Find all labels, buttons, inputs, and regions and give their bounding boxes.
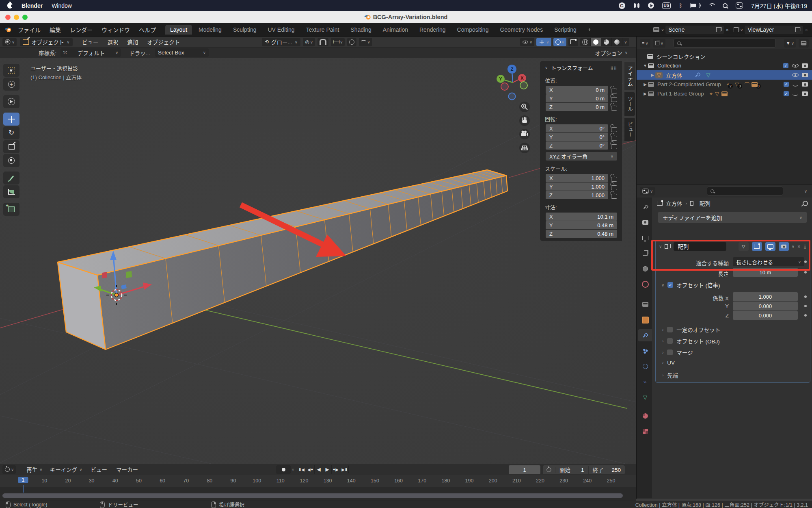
battery-icon[interactable] xyxy=(690,3,700,8)
cursor-tool[interactable]: + xyxy=(3,78,19,91)
animate-dot-icon[interactable] xyxy=(804,314,807,317)
auto-keying-button[interactable] xyxy=(276,465,291,474)
add-workspace-button[interactable]: + xyxy=(583,25,596,35)
play-reverse-button[interactable]: ◀ xyxy=(315,465,323,474)
move-tool[interactable] xyxy=(3,113,19,126)
axis-z-neg-ball[interactable] xyxy=(509,93,516,100)
rotation-y-field[interactable]: Y0° xyxy=(546,133,608,141)
tab-modifier-properties[interactable] xyxy=(638,329,652,341)
proportional-falloff-button[interactable]: ∨ xyxy=(359,38,372,46)
tab-sculpting[interactable]: Sculpting xyxy=(228,25,261,35)
hide-eye-icon[interactable] xyxy=(792,72,799,78)
menu-view[interactable]: ビュー xyxy=(78,38,103,46)
menu-add[interactable]: 追加 xyxy=(123,38,143,46)
app-menu-blender[interactable]: Blender xyxy=(22,2,43,9)
next-keyframe-button[interactable]: ◆▶ xyxy=(332,465,340,474)
tab-output-properties[interactable] xyxy=(638,232,652,244)
tab-physics-properties[interactable] xyxy=(638,360,652,372)
outliner-filter-button[interactable]: ▼∨ xyxy=(784,39,796,48)
section-collapse-icon[interactable]: › xyxy=(662,350,663,355)
animate-dot-icon[interactable] xyxy=(804,295,807,298)
current-frame-badge[interactable]: 1 xyxy=(18,477,28,483)
fit-type-dropdown[interactable]: 長さに合わせる∨ xyxy=(733,257,804,266)
prev-keyframe-button[interactable]: ◀◆ xyxy=(306,465,315,474)
jump-to-end-button[interactable]: ▶▮ xyxy=(340,465,349,474)
unlink-scene-icon[interactable]: × xyxy=(726,27,729,33)
length-field[interactable]: 10 m xyxy=(733,268,798,277)
jump-to-start-button[interactable]: ▮◀ xyxy=(298,465,306,474)
use-preview-range-button[interactable] xyxy=(543,467,555,473)
blender-logo-icon[interactable] xyxy=(5,27,11,32)
tab-layout[interactable]: Layout xyxy=(165,25,192,35)
disclosure-icon[interactable]: ▼ xyxy=(642,63,648,68)
drag-mode-dropdown[interactable]: Select Box∨ xyxy=(155,48,209,57)
shading-solid-button[interactable] xyxy=(591,38,601,46)
keying-menu[interactable]: キーイング∨ xyxy=(50,465,82,473)
axis-x-neg-ball[interactable] xyxy=(501,83,508,90)
lock-icon[interactable] xyxy=(611,194,617,199)
show-overlays-toggle[interactable]: ∨ xyxy=(553,38,566,46)
rotation-z-field[interactable]: Z0° xyxy=(546,141,608,150)
grip-icon[interactable]: ⣿⣿ xyxy=(610,65,617,70)
gizmo-xz-plane-handle[interactable] xyxy=(126,271,132,278)
rotate-tool[interactable]: ↻ xyxy=(3,126,19,139)
dimension-x-field[interactable]: X10.1 m xyxy=(546,213,617,221)
disclosure-icon[interactable]: ▶ xyxy=(642,91,648,96)
bluetooth-icon[interactable]: ᛒ xyxy=(679,2,682,9)
now-playing-icon[interactable] xyxy=(648,2,654,9)
factor-z-field[interactable]: 0.000 xyxy=(733,311,798,320)
object-visibility-dropdown[interactable]: ∨ xyxy=(520,38,534,46)
wifi-icon[interactable] xyxy=(708,3,715,8)
mode-dropdown[interactable]: オブジェクト∨ xyxy=(20,38,72,46)
add-cube-tool[interactable] xyxy=(3,203,19,216)
section-collapse-icon[interactable]: › xyxy=(662,360,663,365)
tab-collection-properties[interactable] xyxy=(638,298,652,310)
shading-material-button[interactable] xyxy=(601,38,612,46)
lock-icon[interactable] xyxy=(611,89,617,93)
input-source-icon[interactable]: US xyxy=(662,2,671,9)
outliner-row-part2-group[interactable]: ▶ Part 2-Complicated Group ⌖2 ▽3 ⌒ 3 ✓ xyxy=(637,80,812,89)
menu-file[interactable]: ファイル xyxy=(13,26,45,34)
options-dropdown[interactable]: オプション∨ xyxy=(595,49,636,57)
timeline-ruler[interactable]: 1 10203040506070809010011012013014015016… xyxy=(0,475,636,487)
tab-scene-properties[interactable] xyxy=(638,263,652,275)
section-collapse-icon[interactable]: ∨ xyxy=(661,283,664,287)
tab-scripting[interactable]: Scripting xyxy=(549,25,581,35)
display-on-cage-toggle[interactable] xyxy=(752,242,762,251)
tab-render-properties[interactable] xyxy=(638,216,652,228)
obj-offset-checkbox[interactable] xyxy=(667,338,673,344)
scale-x-field[interactable]: X1.000 xyxy=(546,174,608,182)
transform-orientation-dropdown[interactable]: ⟲グロー...∨ xyxy=(262,38,300,46)
scale-y-field[interactable]: Y1.000 xyxy=(546,182,608,191)
tab-viewlayer-properties[interactable] xyxy=(638,247,652,259)
render-camera-icon[interactable] xyxy=(802,63,808,68)
tab-material-properties[interactable] xyxy=(638,410,652,422)
menu-render[interactable]: レンダー xyxy=(65,26,97,34)
scene-icon[interactable] xyxy=(653,27,659,32)
editor-type-button[interactable]: ∨ xyxy=(2,38,17,46)
display-edit-mode-toggle[interactable]: ▽ xyxy=(739,242,749,251)
hide-eye-icon[interactable] xyxy=(792,63,799,68)
tab-uv-editing[interactable]: UV Editing xyxy=(263,25,299,35)
outliner-row-collection[interactable]: ▼ Collection ✓ xyxy=(637,61,812,70)
lock-icon[interactable] xyxy=(611,97,617,102)
shading-options-button[interactable]: ∨ xyxy=(622,38,629,46)
tab-tool-properties[interactable] xyxy=(638,201,652,213)
outliner-row-scene-collection[interactable]: シーンコレクション xyxy=(637,52,812,61)
maximize-window-button[interactable] xyxy=(22,15,28,20)
dimension-y-field[interactable]: Y0.48 m xyxy=(546,221,617,229)
outliner-editor-type-button[interactable]: ≡∨ xyxy=(640,39,650,48)
animate-dot-icon[interactable] xyxy=(804,261,807,263)
tab-geometry-nodes[interactable]: Geometry Nodes xyxy=(495,25,548,35)
tab-shading[interactable]: Shading xyxy=(346,25,376,35)
grip-icon[interactable]: ⣿ xyxy=(803,244,807,249)
timeline-editor-type-button[interactable]: ∨ xyxy=(2,465,16,474)
caps-section-label[interactable]: 先端 xyxy=(667,371,678,379)
apple-menu-icon[interactable] xyxy=(7,3,13,9)
select-circle-tool[interactable] xyxy=(3,95,19,108)
rotation-x-field[interactable]: X0° xyxy=(546,124,608,132)
tab-texture-properties[interactable] xyxy=(638,425,652,437)
close-window-button[interactable] xyxy=(5,15,11,20)
lock-icon[interactable] xyxy=(611,185,617,190)
show-gizmo-toggle[interactable]: ∨ xyxy=(536,38,551,46)
